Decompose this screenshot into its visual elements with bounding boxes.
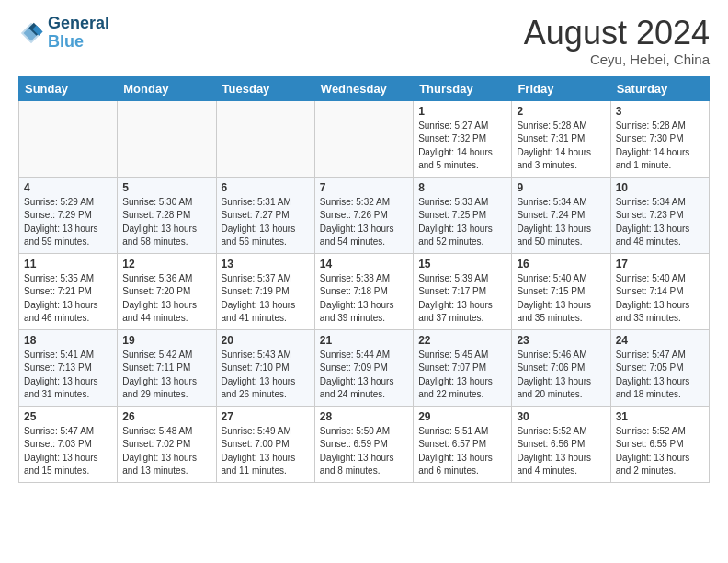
day-info: Sunrise: 5:51 AM Sunset: 6:57 PM Dayligh… — [418, 425, 506, 478]
day-of-week-tuesday: Tuesday — [216, 76, 314, 100]
logo: General Blue — [18, 15, 109, 52]
day-info: Sunrise: 5:37 AM Sunset: 7:19 PM Dayligh… — [222, 272, 310, 326]
day-info: Sunrise: 5:32 AM Sunset: 7:26 PM Dayligh… — [320, 196, 408, 249]
calendar-body: 1Sunrise: 5:27 AM Sunset: 7:32 PM Daylig… — [19, 100, 710, 482]
calendar-cell: 3Sunrise: 5:28 AM Sunset: 7:30 PM Daylig… — [610, 100, 709, 177]
calendar-cell: 27Sunrise: 5:49 AM Sunset: 7:00 PM Dayli… — [216, 406, 314, 482]
logo-line2: Blue — [48, 33, 109, 52]
day-info: Sunrise: 5:28 AM Sunset: 7:31 PM Dayligh… — [517, 120, 605, 173]
calendar-cell: 15Sunrise: 5:39 AM Sunset: 7:17 PM Dayli… — [414, 253, 512, 329]
calendar-cell: 11Sunrise: 5:35 AM Sunset: 7:21 PM Dayli… — [19, 253, 118, 329]
day-number: 9 — [517, 181, 605, 194]
week-row-5: 25Sunrise: 5:47 AM Sunset: 7:03 PM Dayli… — [19, 406, 710, 482]
calendar-cell: 29Sunrise: 5:51 AM Sunset: 6:57 PM Dayli… — [414, 406, 512, 482]
calendar-cell: 10Sunrise: 5:34 AM Sunset: 7:23 PM Dayli… — [610, 177, 709, 253]
calendar-cell: 31Sunrise: 5:52 AM Sunset: 6:55 PM Dayli… — [610, 406, 709, 482]
day-info: Sunrise: 5:52 AM Sunset: 6:55 PM Dayligh… — [616, 425, 704, 478]
calendar-cell: 7Sunrise: 5:32 AM Sunset: 7:26 PM Daylig… — [314, 177, 413, 253]
month-title: August 2024 — [524, 15, 710, 52]
calendar-cell: 6Sunrise: 5:31 AM Sunset: 7:27 PM Daylig… — [216, 177, 314, 253]
day-info: Sunrise: 5:40 AM Sunset: 7:14 PM Dayligh… — [616, 272, 704, 326]
day-number: 1 — [418, 105, 506, 118]
day-info: Sunrise: 5:40 AM Sunset: 7:15 PM Dayligh… — [517, 272, 605, 326]
week-row-1: 1Sunrise: 5:27 AM Sunset: 7:32 PM Daylig… — [19, 100, 710, 177]
day-number: 8 — [418, 181, 506, 194]
calendar-cell: 22Sunrise: 5:45 AM Sunset: 7:07 PM Dayli… — [414, 329, 512, 406]
day-number: 29 — [418, 410, 506, 423]
calendar-cell: 30Sunrise: 5:52 AM Sunset: 6:56 PM Dayli… — [512, 406, 610, 482]
calendar-cell: 9Sunrise: 5:34 AM Sunset: 7:24 PM Daylig… — [512, 177, 610, 253]
day-number: 5 — [122, 181, 210, 194]
calendar-cell: 4Sunrise: 5:29 AM Sunset: 7:29 PM Daylig… — [19, 177, 118, 253]
page: General Blue August 2024 Ceyu, Hebei, Ch… — [0, 0, 728, 492]
calendar-cell — [118, 100, 216, 177]
day-info: Sunrise: 5:48 AM Sunset: 7:02 PM Dayligh… — [122, 425, 210, 478]
calendar-cell: 26Sunrise: 5:48 AM Sunset: 7:02 PM Dayli… — [118, 406, 216, 482]
calendar-cell: 28Sunrise: 5:50 AM Sunset: 6:59 PM Dayli… — [314, 406, 413, 482]
day-number: 4 — [24, 181, 112, 194]
day-of-week-friday: Friday — [512, 76, 610, 100]
days-of-week-row: SundayMondayTuesdayWednesdayThursdayFrid… — [19, 76, 710, 100]
day-info: Sunrise: 5:34 AM Sunset: 7:24 PM Dayligh… — [517, 196, 605, 249]
calendar-cell: 2Sunrise: 5:28 AM Sunset: 7:31 PM Daylig… — [512, 100, 610, 177]
day-info: Sunrise: 5:33 AM Sunset: 7:25 PM Dayligh… — [418, 196, 506, 249]
day-number: 24 — [616, 334, 704, 347]
day-info: Sunrise: 5:28 AM Sunset: 7:30 PM Dayligh… — [616, 120, 704, 173]
calendar-cell: 8Sunrise: 5:33 AM Sunset: 7:25 PM Daylig… — [414, 177, 512, 253]
day-info: Sunrise: 5:45 AM Sunset: 7:07 PM Dayligh… — [418, 349, 506, 402]
day-info: Sunrise: 5:43 AM Sunset: 7:10 PM Dayligh… — [222, 349, 310, 402]
day-number: 3 — [616, 105, 704, 118]
day-info: Sunrise: 5:34 AM Sunset: 7:23 PM Dayligh… — [616, 196, 704, 249]
day-of-week-thursday: Thursday — [414, 76, 512, 100]
calendar-cell: 5Sunrise: 5:30 AM Sunset: 7:28 PM Daylig… — [118, 177, 216, 253]
calendar-cell: 14Sunrise: 5:38 AM Sunset: 7:18 PM Dayli… — [314, 253, 413, 329]
day-number: 16 — [517, 258, 605, 270]
calendar-header: SundayMondayTuesdayWednesdayThursdayFrid… — [19, 76, 710, 100]
day-number: 18 — [24, 334, 112, 347]
day-info: Sunrise: 5:42 AM Sunset: 7:11 PM Dayligh… — [122, 349, 210, 402]
logo-text: General Blue — [48, 15, 109, 52]
day-info: Sunrise: 5:52 AM Sunset: 6:56 PM Dayligh… — [517, 425, 605, 478]
day-number: 15 — [418, 258, 506, 270]
calendar-cell: 17Sunrise: 5:40 AM Sunset: 7:14 PM Dayli… — [610, 253, 709, 329]
title-block: August 2024 Ceyu, Hebei, China — [524, 15, 710, 67]
day-number: 20 — [222, 334, 310, 347]
day-number: 14 — [320, 258, 408, 270]
calendar-cell: 21Sunrise: 5:44 AM Sunset: 7:09 PM Dayli… — [314, 329, 413, 406]
day-number: 22 — [418, 334, 506, 347]
calendar-cell: 13Sunrise: 5:37 AM Sunset: 7:19 PM Dayli… — [216, 253, 314, 329]
location: Ceyu, Hebei, China — [524, 52, 710, 67]
day-info: Sunrise: 5:49 AM Sunset: 7:00 PM Dayligh… — [222, 425, 310, 478]
calendar-cell: 19Sunrise: 5:42 AM Sunset: 7:11 PM Dayli… — [118, 329, 216, 406]
day-info: Sunrise: 5:41 AM Sunset: 7:13 PM Dayligh… — [24, 349, 112, 402]
day-number: 17 — [616, 258, 704, 270]
day-number: 2 — [517, 105, 605, 118]
day-number: 12 — [122, 258, 210, 270]
day-number: 23 — [517, 334, 605, 347]
day-number: 25 — [24, 410, 112, 423]
header: General Blue August 2024 Ceyu, Hebei, Ch… — [18, 15, 710, 67]
day-number: 30 — [517, 410, 605, 423]
calendar-cell: 16Sunrise: 5:40 AM Sunset: 7:15 PM Dayli… — [512, 253, 610, 329]
day-info: Sunrise: 5:46 AM Sunset: 7:06 PM Dayligh… — [517, 349, 605, 402]
day-number: 19 — [122, 334, 210, 347]
day-number: 31 — [616, 410, 704, 423]
day-info: Sunrise: 5:30 AM Sunset: 7:28 PM Dayligh… — [122, 196, 210, 249]
day-of-week-wednesday: Wednesday — [314, 76, 413, 100]
day-info: Sunrise: 5:27 AM Sunset: 7:32 PM Dayligh… — [418, 120, 506, 173]
day-info: Sunrise: 5:39 AM Sunset: 7:17 PM Dayligh… — [418, 272, 506, 326]
day-of-week-monday: Monday — [118, 76, 216, 100]
week-row-3: 11Sunrise: 5:35 AM Sunset: 7:21 PM Dayli… — [19, 253, 710, 329]
day-info: Sunrise: 5:35 AM Sunset: 7:21 PM Dayligh… — [24, 272, 112, 326]
calendar-cell: 1Sunrise: 5:27 AM Sunset: 7:32 PM Daylig… — [414, 100, 512, 177]
day-number: 21 — [320, 334, 408, 347]
day-info: Sunrise: 5:38 AM Sunset: 7:18 PM Dayligh… — [320, 272, 408, 326]
day-info: Sunrise: 5:50 AM Sunset: 6:59 PM Dayligh… — [320, 425, 408, 478]
calendar-cell: 18Sunrise: 5:41 AM Sunset: 7:13 PM Dayli… — [19, 329, 118, 406]
day-number: 26 — [122, 410, 210, 423]
week-row-2: 4Sunrise: 5:29 AM Sunset: 7:29 PM Daylig… — [19, 177, 710, 253]
day-number: 28 — [320, 410, 408, 423]
day-info: Sunrise: 5:44 AM Sunset: 7:09 PM Dayligh… — [320, 349, 408, 402]
day-of-week-sunday: Sunday — [19, 76, 118, 100]
day-number: 11 — [24, 258, 112, 270]
